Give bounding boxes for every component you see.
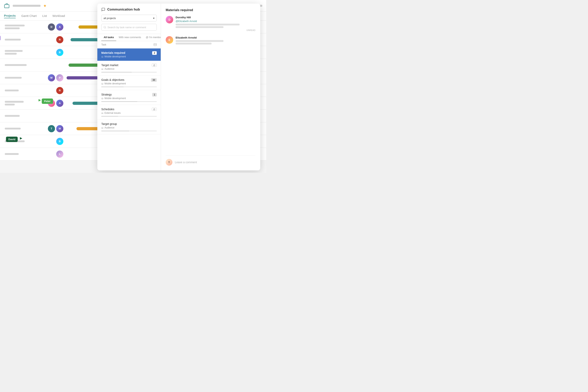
gantt-row: L (0, 148, 67, 160)
row-bars (3, 77, 47, 79)
row-bars (3, 64, 63, 66)
task-item-target-group[interactable]: Target group 🗂 Audience (97, 120, 161, 134)
nav-title-bar (13, 5, 41, 7)
row-bars (3, 50, 55, 54)
task-item-strategy[interactable]: Strategy 1 🗂 Mobile development (97, 90, 161, 105)
task-column-header: Task (97, 41, 161, 48)
gantt-row: B David ▶ (0, 135, 67, 148)
task-item-schedules[interactable]: Schedules @ 🗂 External issues (97, 105, 161, 120)
task-name: Strategy (101, 93, 112, 96)
gantt-row: B (0, 46, 67, 59)
row-bar (5, 153, 19, 155)
folder-icon: 🗂 (101, 68, 104, 70)
comment-input-area: Y Leave a comment (166, 156, 255, 166)
comment-text-bar (176, 43, 212, 44)
gantt-row: D A (0, 21, 67, 33)
star-icon: ★ (43, 4, 47, 8)
row-bar (5, 90, 19, 91)
comment-text-bar (176, 40, 224, 42)
task-name: Materials required (101, 51, 125, 54)
task-project: 🗂 Mobile development (101, 55, 157, 58)
task-item-materials-required[interactable]: Materials required 2 🗂 Mobile developmen… (97, 48, 161, 61)
row-bar (5, 64, 27, 66)
task-progress-bar (101, 86, 157, 87)
avatar: A (56, 100, 63, 107)
briefcase-icon (4, 3, 10, 8)
avatar: A (56, 24, 63, 30)
comment-author: Dorothy Hill (176, 16, 255, 19)
tab-list[interactable]: List (42, 14, 47, 18)
svg-rect-0 (4, 4, 9, 8)
task-items: Materials required 2 🗂 Mobile developmen… (97, 48, 161, 170)
at-badge: @ (152, 108, 157, 111)
avatar: B (56, 138, 63, 145)
gantt-bar (67, 76, 98, 80)
chevron-down-icon: ▾ (153, 17, 155, 20)
filter-row: all projects ▾ (101, 15, 157, 22)
gantt-row (0, 59, 67, 72)
search-box[interactable]: Search by task name or comment (101, 24, 157, 30)
task-progress-fill (101, 131, 129, 131)
task-item-goals[interactable]: Goals & objectives 30 🗂 Mobile developme… (97, 76, 161, 90)
row-bar (5, 53, 17, 54)
avatar: P (56, 74, 63, 82)
search-icon (104, 26, 106, 28)
comment-list: D Dorothy Hill @Elizabeth Arnold UNREAD … (166, 16, 255, 156)
row-bars (3, 153, 55, 155)
gantt-row (0, 110, 67, 122)
row-bars (3, 39, 55, 40)
tab-gantt-chart[interactable]: Gantt Chart (21, 14, 37, 18)
row-bars (3, 90, 55, 91)
cursor-dark-icon: ▶ (20, 136, 22, 140)
folder-icon: 🗂 (101, 82, 104, 85)
tab-projects[interactable]: Projects (4, 14, 16, 18)
task-col-label: Task (101, 43, 106, 46)
task-name: Goals & objectives (101, 78, 124, 82)
task-project: 🗂 Audience (101, 126, 157, 129)
comment-item-elizabeth: E Elizabeth Arnold (166, 36, 255, 44)
task-progress-bar (101, 116, 157, 116)
comment-content: Dorothy Hill @Elizabeth Arnold UNREAD (176, 16, 255, 32)
task-project: 🗂 Audience (101, 68, 157, 70)
row-bar (5, 101, 24, 103)
svg-point-1 (104, 26, 106, 28)
comm-hub-title-text: Communication hub (107, 8, 140, 12)
task-name: Target group (101, 122, 117, 126)
gantt-row: M P (0, 72, 67, 84)
cursor-green-icon: ▶ (39, 98, 41, 102)
filter-tabs: All tasks With new comments @ I'm mentio… (97, 34, 161, 41)
label-lucile: Lucile (0, 35, 1, 41)
avatar: L (56, 150, 63, 158)
task-item-target-market[interactable]: Target market @ 🗂 Audience (97, 61, 161, 76)
task-name: Schedules (101, 108, 114, 111)
project-select[interactable]: all projects ▾ (101, 15, 157, 22)
comment-text-bar (176, 24, 240, 26)
tab-workload[interactable]: Workload (53, 14, 65, 18)
task-progress-bar (101, 101, 157, 102)
row-bar (5, 39, 21, 40)
gantt-row: K A Peter ▶ (0, 97, 67, 110)
gantt-row: T M (0, 122, 67, 135)
filter-tab-new-comments[interactable]: With new comments (116, 34, 143, 41)
filter-tab-all-tasks[interactable]: All tasks (101, 34, 116, 41)
avatar: D (48, 24, 55, 30)
task-progress-fill (101, 116, 118, 116)
label-peter: Peter (42, 98, 53, 104)
mail-icon (154, 43, 157, 46)
chat-bubble-icon (101, 8, 105, 12)
task-progress-fill (101, 86, 124, 87)
avatar: R (56, 87, 63, 94)
comm-hub-header: Communication hub all projects ▾ Search … (97, 4, 161, 34)
comment-input-placeholder[interactable]: Leave a comment (175, 161, 197, 164)
comment-text-bar (176, 26, 224, 28)
task-progress-bar (101, 131, 157, 131)
comment-mention: @Elizabeth Arnold (176, 20, 255, 23)
row-bar (5, 115, 20, 117)
task-count-badge: 2 (152, 51, 157, 55)
search-placeholder: Search by task name or comment (108, 26, 146, 29)
filter-tab-mentioned[interactable]: @ I'm mentioned (143, 34, 161, 41)
avatar-current-user: Y (166, 159, 172, 166)
task-progress-fill (101, 101, 137, 102)
avatar: M (48, 74, 55, 82)
folder-icon: 🗂 (101, 97, 104, 100)
